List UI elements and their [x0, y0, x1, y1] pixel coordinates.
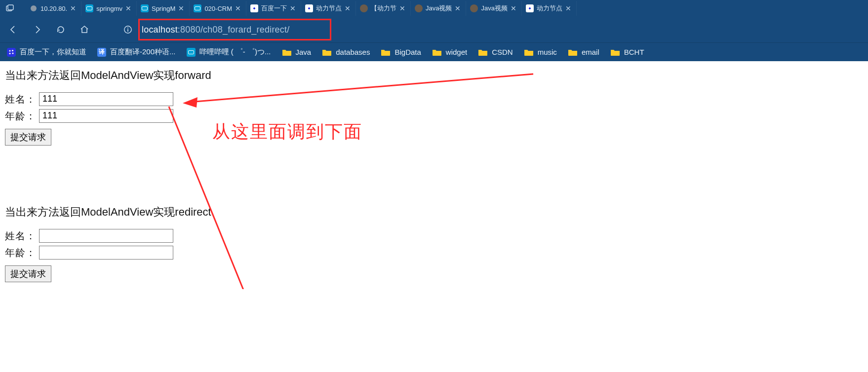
submit-button-redirect[interactable]: 提交请求 — [5, 265, 51, 282]
bili-icon — [194, 4, 201, 12]
bookmark-label: 哔哩哔哩 ( ゜- ゜)つ... — [199, 47, 271, 57]
bookmark-label: BCHT — [624, 48, 644, 56]
tab-title: SpringM — [152, 5, 175, 12]
tab-title: 020-CRM — [204, 5, 232, 12]
close-icon[interactable]: ✕ — [399, 4, 406, 12]
tab-0[interactable]: 10.20.80. ✕ — [26, 1, 81, 16]
site-info-icon[interactable] — [121, 23, 134, 36]
tab-6[interactable]: 【动力节 ✕ — [356, 1, 411, 16]
svg-point-7 — [9, 52, 10, 54]
folder-icon — [282, 48, 292, 56]
csdn-icon — [360, 4, 368, 12]
url-text: localhost:8080/ch08_forard_redirect/ — [142, 25, 289, 35]
tab-4[interactable]: 百度一下 ✕ — [246, 1, 301, 16]
baidu-icon — [305, 4, 313, 12]
tab-title: Java视频 — [481, 4, 507, 13]
svg-point-6 — [12, 49, 13, 51]
tab-strip: 10.20.80. ✕ springmv ✕ SpringM ✕ 020-CRM… — [0, 0, 868, 17]
close-icon[interactable]: ✕ — [511, 4, 517, 12]
tab-2[interactable]: SpringM ✕ — [137, 1, 190, 16]
annotation-text: 从这里面调到下面 — [212, 119, 362, 144]
baidu-icon — [7, 48, 16, 57]
form-row-age: 年龄： — [5, 109, 863, 123]
bookmark-label: CSDN — [492, 48, 513, 56]
bookmark-baidu[interactable]: 百度一下，你就知道 — [7, 47, 86, 57]
url-highlight-annotation: localhost:8080/ch08_forard_redirect/ — [138, 19, 331, 40]
form-row-age-2: 年龄： — [5, 246, 863, 260]
bookmark-folder-bigdata[interactable]: BigData — [381, 48, 421, 56]
age-label: 年龄： — [5, 109, 36, 123]
age-input[interactable] — [39, 109, 173, 123]
tab-5[interactable]: 动力节点 ✕ — [301, 1, 356, 16]
folder-icon — [322, 48, 332, 56]
address-bar[interactable]: localhost:8080/ch08_forard_redirect/ — [121, 21, 331, 38]
form-row-name: 姓名： — [5, 92, 863, 106]
bookmark-folder-databases[interactable]: databases — [322, 48, 370, 56]
tab-title: 【动力节 — [371, 4, 396, 13]
tab-title: 百度一下 — [261, 4, 287, 13]
lock-icon — [30, 4, 38, 12]
tab-8[interactable]: Java视频 ✕ — [466, 1, 521, 16]
translate-icon: 译 — [97, 48, 106, 57]
svg-point-8 — [12, 52, 13, 54]
csdn-icon — [415, 4, 423, 12]
folder-icon — [610, 48, 620, 56]
back-button[interactable] — [5, 21, 22, 38]
close-icon[interactable]: ✕ — [565, 4, 572, 12]
close-icon[interactable]: ✕ — [235, 4, 242, 12]
age-label: 年龄： — [5, 246, 36, 260]
bili-icon — [141, 4, 149, 12]
bookmark-translate[interactable]: 译 百度翻译-200种语... — [97, 47, 176, 57]
name-input-2[interactable] — [39, 229, 173, 243]
close-icon[interactable]: ✕ — [455, 4, 462, 12]
svg-point-5 — [9, 50, 10, 51]
bili-icon — [187, 48, 196, 57]
svg-point-3 — [127, 28, 128, 29]
form-row-name-2: 姓名： — [5, 229, 863, 243]
window-control-icon[interactable] — [3, 1, 17, 15]
bookmark-folder-email[interactable]: email — [568, 48, 599, 56]
bookmark-folder-csdn[interactable]: CSDN — [478, 48, 513, 56]
csdn-icon — [470, 4, 478, 12]
bookmark-label: BigData — [395, 48, 421, 56]
bookmark-label: music — [538, 48, 557, 56]
bookmark-label: databases — [336, 48, 370, 56]
bookmark-bilibili[interactable]: 哔哩哔哩 ( ゜- ゜)つ... — [187, 47, 271, 57]
bookmarks-bar: 百度一下，你就知道 译 百度翻译-200种语... 哔哩哔哩 ( ゜- ゜)つ.… — [0, 42, 868, 61]
home-button[interactable] — [76, 21, 93, 38]
browser-chrome: 10.20.80. ✕ springmv ✕ SpringM ✕ 020-CRM… — [0, 0, 868, 61]
close-icon[interactable]: ✕ — [290, 4, 297, 12]
tab-1[interactable]: springmv ✕ — [81, 1, 137, 16]
forward-button[interactable] — [29, 21, 45, 38]
close-icon[interactable]: ✕ — [345, 4, 352, 12]
bookmark-label: 百度一下，你就知道 — [20, 47, 86, 57]
name-input[interactable] — [39, 92, 173, 106]
svg-rect-4 — [127, 29, 128, 32]
tab-title: 10.20.80. — [40, 5, 67, 12]
svg-rect-1 — [8, 5, 13, 10]
close-icon[interactable]: ✕ — [70, 4, 77, 12]
toolbar: localhost:8080/ch08_forard_redirect/ — [0, 17, 868, 42]
folder-icon — [432, 48, 442, 56]
bookmark-label: 百度翻译-200种语... — [110, 47, 176, 57]
heading-forward: 当出来方法返回ModelAndView实现forward — [5, 68, 863, 83]
tab-9[interactable]: 动力节点 ✕ — [522, 1, 577, 16]
age-input-2[interactable] — [39, 246, 173, 260]
tab-title: Java视频 — [426, 4, 452, 13]
tab-7[interactable]: Java视频 ✕ — [411, 1, 466, 16]
bookmark-folder-widget[interactable]: widget — [432, 48, 467, 56]
submit-button-forward[interactable]: 提交请求 — [5, 129, 51, 146]
bookmark-label: email — [582, 48, 599, 56]
bookmark-label: widget — [446, 48, 467, 56]
close-icon[interactable]: ✕ — [125, 4, 132, 12]
close-icon[interactable]: ✕ — [178, 4, 185, 12]
folder-icon — [381, 48, 391, 56]
tab-3[interactable]: 020-CRM ✕ — [190, 1, 246, 16]
bookmark-folder-bcht[interactable]: BCHT — [610, 48, 644, 56]
bookmark-folder-java[interactable]: Java — [282, 48, 312, 56]
bookmark-folder-music[interactable]: music — [524, 48, 557, 56]
section-forward: 当出来方法返回ModelAndView实现forward 姓名： 年龄： 提交请… — [5, 68, 863, 146]
folder-icon — [524, 48, 534, 56]
reload-button[interactable] — [52, 21, 69, 38]
name-label: 姓名： — [5, 92, 36, 106]
